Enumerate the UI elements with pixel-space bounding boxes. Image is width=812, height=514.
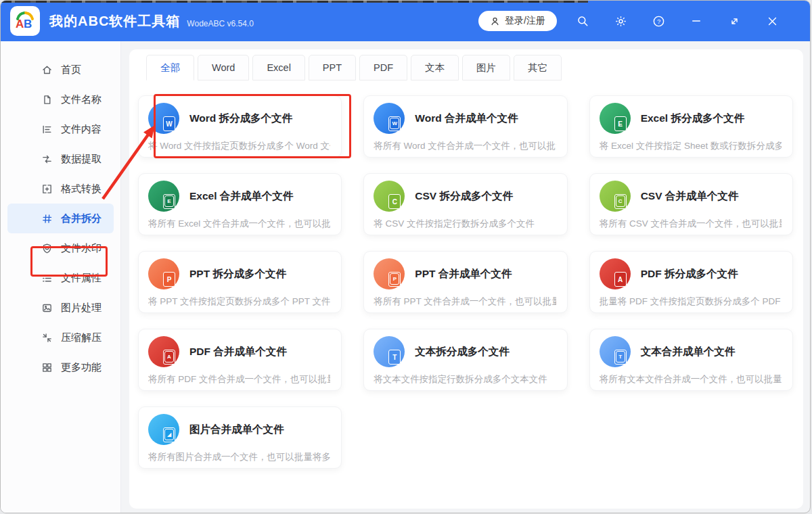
tool-card-title: PPT 拆分成多个文件	[189, 267, 286, 281]
close-icon[interactable]	[753, 7, 791, 34]
tool-card-description: 将 Word 文件按指定页数拆分成多个 Word 文件	[148, 140, 330, 152]
tab-label: 图片	[476, 62, 496, 74]
svg-text:?: ?	[656, 17, 660, 24]
sidebar-item-home[interactable]: 首页	[7, 55, 114, 85]
tool-card-description: 将所有 CSV 文件合并成一个文件，也可以批量将多	[600, 218, 782, 230]
tool-card[interactable]: P PPT 拆分成多个文件 将 PPT 文件按指定页数拆分成多个 PPT 文件	[138, 251, 342, 313]
tool-card[interactable]: T 文本合并成单个文件 将所有文本文件合并成一个文件，也可以批量将多	[589, 329, 793, 391]
help-icon[interactable]: ?	[639, 7, 677, 34]
tool-card-title: PDF 拆分成多个文件	[641, 267, 738, 281]
sidebar-item-label: 文件属性	[61, 272, 102, 285]
tool-card-title: PPT 合并成单个文件	[415, 267, 512, 281]
tool-icon: T	[600, 336, 631, 367]
app-window: A B 我的ABC软件工具箱 WodeABC v6.54.0 登录/注册	[0, 0, 811, 513]
tab-文本[interactable]: 文本	[411, 55, 459, 80]
login-register-button[interactable]: 登录/注册	[478, 11, 557, 31]
tool-card[interactable]: C CSV 拆分成多个文件 将 CSV 文件按指定行数拆分成多个文件	[363, 173, 567, 235]
content-icon	[41, 124, 53, 135]
tool-card[interactable]: P PPT 合并成单个文件 将所有 PPT 文件合并成一个文件，也可以批量将多	[363, 251, 567, 313]
tool-card[interactable]: E Excel 拆分成多个文件 将 Excel 文件按指定 Sheet 数或行数…	[589, 95, 793, 158]
settings-gear-icon[interactable]	[602, 7, 639, 34]
sidebar-item-attrs[interactable]: 文件属性	[7, 263, 114, 293]
tool-card-description: 将所有 Excel 文件合并成一个文件，也可以批量将多	[148, 218, 330, 230]
tool-icon: A	[600, 258, 631, 289]
tab-label: 全部	[160, 62, 180, 74]
tool-card-description: 将文本文件按指定行数拆分成多个文本文件	[374, 373, 556, 386]
sidebar-item-extract[interactable]: 数据提取	[7, 144, 114, 174]
app-title: 我的ABC软件工具箱	[49, 12, 180, 30]
sidebar-item-mergesplit[interactable]: 合并拆分	[7, 204, 114, 233]
tool-card[interactable]: A PDF 拆分成多个文件 批量将 PDF 文件按指定页数拆分成多个 PDF 文…	[589, 251, 793, 313]
tool-card-title: CSV 拆分成多个文件	[415, 189, 513, 204]
tab-图片[interactable]: 图片	[462, 55, 510, 80]
tab-Excel[interactable]: Excel	[252, 55, 304, 80]
extract-icon	[41, 154, 53, 165]
search-icon[interactable]	[564, 7, 602, 34]
category-tabs: 全部 Word Excel PPT PDF 文本 图片 其它	[146, 55, 803, 80]
tab-PPT[interactable]: PPT	[309, 55, 356, 80]
tool-icon: A	[148, 336, 179, 367]
tool-card-description: 将所有 PPT 文件合并成一个文件，也可以批量将多	[374, 296, 556, 308]
tool-icon: C	[374, 181, 405, 212]
tool-card-title: 文本拆分成多个文件	[415, 345, 510, 359]
tool-card-description: 将所有文本文件合并成一个文件，也可以批量将多	[600, 373, 782, 386]
more-icon	[41, 362, 53, 373]
tool-card-description: 将 Excel 文件按指定 Sheet 数或行数拆分成多个 Exc	[600, 140, 782, 152]
tool-icon: C	[600, 181, 631, 212]
sidebar-item-label: 图片处理	[61, 302, 102, 314]
tool-card-title: 文本合并成单个文件	[641, 345, 736, 359]
sidebar-item-label: 更多功能	[61, 361, 102, 374]
tool-card-title: PDF 合并成单个文件	[189, 345, 287, 359]
tool-card-description: 将所有 PDF 文件合并成一个文件，也可以批量将多	[148, 373, 330, 386]
tab-label: PPT	[323, 62, 342, 73]
tab-Word[interactable]: Word	[198, 55, 249, 80]
tab-其它[interactable]: 其它	[514, 55, 562, 80]
sidebar-nav: 首页 文件名称 文件内容 数据提取 格式转换 合并拆分 文件水印 文件属性 图片…	[1, 41, 121, 513]
minimize-icon[interactable]	[677, 7, 715, 34]
tool-icon: W	[148, 103, 179, 134]
sidebar-item-more[interactable]: 更多功能	[7, 352, 114, 382]
tool-card[interactable]: W Word 拆分成多个文件 将 Word 文件按指定页数拆分成多个 Word …	[138, 95, 342, 158]
tool-icon: E	[600, 103, 631, 134]
sidebar-item-compress[interactable]: 压缩解压	[7, 323, 114, 352]
attrs-icon	[41, 273, 53, 284]
tool-card-description: 批量将 PDF 文件按指定页数拆分成多个 PDF 文件	[600, 296, 782, 308]
sidebar-item-label: 文件水印	[61, 242, 102, 255]
tab-label: Word	[212, 62, 235, 73]
sidebar-item-content[interactable]: 文件内容	[7, 114, 114, 144]
resize-icon[interactable]	[715, 7, 753, 34]
tab-label: PDF	[374, 62, 393, 73]
tool-card[interactable]: ◢ 图片合并成单个文件 将所有图片合并成一个文件，也可以批量将多个文件	[138, 406, 342, 469]
tool-card[interactable]: A PDF 合并成单个文件 将所有 PDF 文件合并成一个文件，也可以批量将多	[138, 329, 342, 391]
tab-PDF[interactable]: PDF	[359, 55, 407, 80]
sidebar-item-convert[interactable]: 格式转换	[7, 174, 114, 204]
tool-card[interactable]: W Word 合并成单个文件 将所有 Word 文件合并成一个文件，也可以批量将…	[363, 95, 567, 158]
tool-card-description: 将所有 Word 文件合并成一个文件，也可以批量将多	[374, 140, 556, 152]
tool-icon: P	[374, 258, 405, 289]
mergesplit-icon	[41, 213, 53, 225]
tool-card-title: Excel 拆分成多个文件	[641, 112, 744, 126]
tool-card[interactable]: T 文本拆分成多个文件 将文本文件按指定行数拆分成多个文本文件	[363, 329, 567, 391]
tool-card-description: 将 PPT 文件按指定页数拆分成多个 PPT 文件	[148, 296, 330, 308]
tool-card-title: 图片合并成单个文件	[189, 423, 284, 437]
sidebar-item-label: 文件内容	[61, 123, 102, 136]
tab-label: Excel	[267, 62, 290, 73]
tool-card-title: CSV 合并成单个文件	[641, 189, 739, 204]
tool-icon: P	[148, 258, 179, 289]
tool-card[interactable]: C CSV 合并成单个文件 将所有 CSV 文件合并成一个文件，也可以批量将多	[589, 173, 793, 235]
sidebar-item-filename[interactable]: 文件名称	[7, 85, 114, 114]
tool-card[interactable]: E Excel 合并成单个文件 将所有 Excel 文件合并成一个文件，也可以批…	[138, 173, 342, 235]
tab-全部[interactable]: 全部	[146, 55, 194, 80]
sidebar-item-label: 数据提取	[61, 153, 102, 166]
main-panel: 全部 Word Excel PPT PDF 文本 图片 其它 W Word 拆分…	[129, 49, 803, 509]
home-icon	[41, 64, 53, 76]
tool-icon: W	[374, 103, 405, 134]
filename-icon	[41, 94, 53, 106]
tool-icon: T	[374, 336, 405, 367]
sidebar-item-watermark[interactable]: 文件水印	[7, 233, 114, 263]
sidebar-item-label: 格式转换	[61, 183, 102, 195]
sidebar-item-image[interactable]: 图片处理	[7, 293, 114, 323]
tool-icon: E	[148, 181, 179, 212]
compress-icon	[41, 332, 53, 344]
watermark-icon	[41, 243, 53, 254]
